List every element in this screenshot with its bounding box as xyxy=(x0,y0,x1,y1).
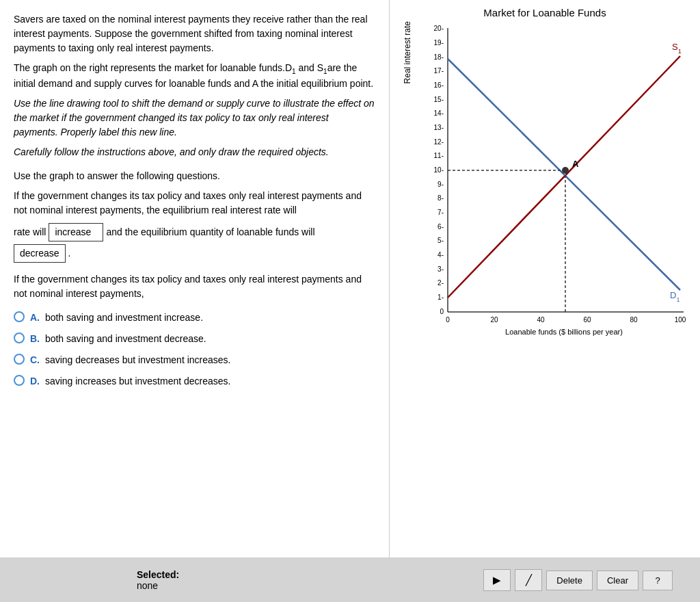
q1-rate-prefix: rate will xyxy=(14,225,46,239)
ytick-9: 9- xyxy=(438,181,444,188)
radio-letter-d: D. xyxy=(30,376,40,387)
radio-letter-a: A. xyxy=(30,312,40,323)
intro-paragraph4: Carefully follow the instructions above,… xyxy=(14,145,375,159)
ytick-8: 8- xyxy=(438,194,444,202)
ytick-2: 2- xyxy=(438,279,444,287)
ytick-13: 13- xyxy=(434,124,444,131)
xtick-20: 20 xyxy=(490,316,498,324)
cursor-icon: ▶ xyxy=(493,574,501,586)
p3-italic1: Use the line drawing tool to shift the d… xyxy=(14,98,375,138)
ytick-7: 7- xyxy=(438,209,444,216)
line-icon: ╱ xyxy=(526,574,532,586)
radio-item-d[interactable]: D. saving increases but investment decre… xyxy=(14,374,375,389)
intro-paragraph1: Savers are taxed on the nominal interest… xyxy=(14,12,375,55)
delete-button[interactable]: Delete xyxy=(546,571,593,590)
main-container: Savers are taxed on the nominal interest… xyxy=(0,0,700,602)
s1-label: S1 xyxy=(672,42,682,55)
ytick-4: 4- xyxy=(438,251,444,259)
ytick-14: 14- xyxy=(434,109,444,117)
right-panel: Market for Loanable Funds Real interest … xyxy=(390,0,700,558)
ytick-10: 10- xyxy=(434,166,444,174)
ytick-18: 18- xyxy=(434,53,444,61)
ytick-1: 1- xyxy=(438,293,444,301)
radio-letter-b: B. xyxy=(30,333,40,344)
ytick-16: 16- xyxy=(434,81,444,89)
radio-letter-c: C. xyxy=(30,354,40,365)
chart-wrap: Real interest rate 0 1- 2- xyxy=(403,21,687,338)
intro-paragraph2: The graph on the right represents the ma… xyxy=(14,61,375,91)
q1-answer2[interactable]: decrease xyxy=(14,244,66,263)
ytick-5: 5- xyxy=(438,237,444,244)
q1-suffix: . xyxy=(68,246,71,261)
selected-info: Selected: none xyxy=(137,569,179,591)
radio-circle-b[interactable] xyxy=(14,332,25,343)
xtick-100: 100 xyxy=(675,316,686,324)
p2-text1: The graph on the right represents the ma… xyxy=(14,62,292,73)
ytick-0: 0 xyxy=(440,308,444,315)
radio-label-c: C. saving decreases but investment incre… xyxy=(30,353,230,367)
y-axis-label: Real interest rate xyxy=(403,21,412,83)
ytick-11: 11- xyxy=(434,152,444,159)
radio-label-d: D. saving increases but investment decre… xyxy=(30,374,230,389)
radio-text-d: saving increases but investment decrease… xyxy=(45,376,231,387)
radio-circle-c[interactable] xyxy=(14,354,25,365)
ytick-20: 20- xyxy=(434,25,444,32)
chart-svg: 0 1- 2- 3- 4- 5- 6- 7- 8- 9- 10- 11- 12-… xyxy=(414,21,687,336)
point-a-label: A xyxy=(572,159,579,169)
question1-block: Use the graph to answer the following qu… xyxy=(14,169,375,263)
radio-circle-a[interactable] xyxy=(14,311,25,322)
selected-value: none xyxy=(137,580,179,591)
xtick-80: 80 xyxy=(630,316,638,324)
left-panel: Savers are taxed on the nominal interest… xyxy=(0,0,390,558)
intro-block: Savers are taxed on the nominal interest… xyxy=(14,12,375,159)
intro-paragraph3: Use the line drawing tool to shift the d… xyxy=(14,96,375,140)
q1-answer2-row: decrease . xyxy=(14,244,375,263)
xtick-0: 0 xyxy=(446,316,450,324)
xtick-60: 60 xyxy=(583,316,591,324)
point-a xyxy=(562,167,569,174)
q1-answer1[interactable]: increase xyxy=(49,223,103,241)
cursor-button[interactable]: ▶ xyxy=(483,569,511,591)
help-button[interactable]: ? xyxy=(643,571,673,590)
chart-svg-container: 0 1- 2- 3- 4- 5- 6- 7- 8- 9- 10- 11- 12-… xyxy=(414,21,687,338)
q1-use-graph: Use the graph to answer the following qu… xyxy=(14,169,375,183)
radio-label-a: A. both saving and investment increase. xyxy=(30,311,203,325)
selected-label: Selected: xyxy=(137,569,179,580)
clear-button[interactable]: Clear xyxy=(597,571,638,590)
chart-title: Market for Loanable Funds xyxy=(483,7,606,18)
x-axis-label: Loanable funds ($ billions per year) xyxy=(505,328,623,336)
p2-text2: and S xyxy=(296,62,323,73)
radio-item-b[interactable]: B. both saving and investment decrease. xyxy=(14,332,375,346)
question2-block: If the government changes its tax policy… xyxy=(14,272,375,389)
radio-text-a: both saving and investment increase. xyxy=(45,312,203,323)
toolbar-buttons: ▶ ╱ Delete Clear ? xyxy=(483,569,673,591)
content-area: Savers are taxed on the nominal interest… xyxy=(0,0,700,558)
radio-label-b: B. both saving and investment decrease. xyxy=(30,332,206,346)
xtick-40: 40 xyxy=(537,316,545,324)
ytick-3: 3- xyxy=(438,265,444,273)
ytick-17: 17- xyxy=(434,67,444,75)
radio-text-c: saving decreases but investment increase… xyxy=(45,354,231,365)
radio-text-b: both saving and investment decrease. xyxy=(45,333,206,344)
q1-middle: and the equilibrium quantity of loanable… xyxy=(106,225,314,239)
ytick-6: 6- xyxy=(438,223,444,231)
radio-circle-d[interactable] xyxy=(14,375,25,386)
p3-italic2: Carefully follow the instructions above,… xyxy=(14,146,329,157)
q1-answer-row: rate will increase and the equilibrium q… xyxy=(14,223,375,241)
radio-group: A. both saving and investment increase. … xyxy=(14,311,375,389)
q1-text: If the government changes its tax policy… xyxy=(14,189,375,218)
q2-text: If the government changes its tax policy… xyxy=(14,272,375,301)
ytick-15: 15- xyxy=(434,96,444,103)
toolbar: Selected: none ▶ ╱ Delete Clear ? xyxy=(0,558,700,602)
radio-item-a[interactable]: A. both saving and investment increase. xyxy=(14,311,375,325)
ytick-19: 19- xyxy=(434,39,444,47)
ytick-12: 12- xyxy=(434,138,444,146)
q1-text-span: If the government changes its tax policy… xyxy=(14,190,362,215)
radio-item-c[interactable]: C. saving decreases but investment incre… xyxy=(14,353,375,367)
line-button[interactable]: ╱ xyxy=(515,569,542,591)
d1-label: D1 xyxy=(670,290,679,303)
